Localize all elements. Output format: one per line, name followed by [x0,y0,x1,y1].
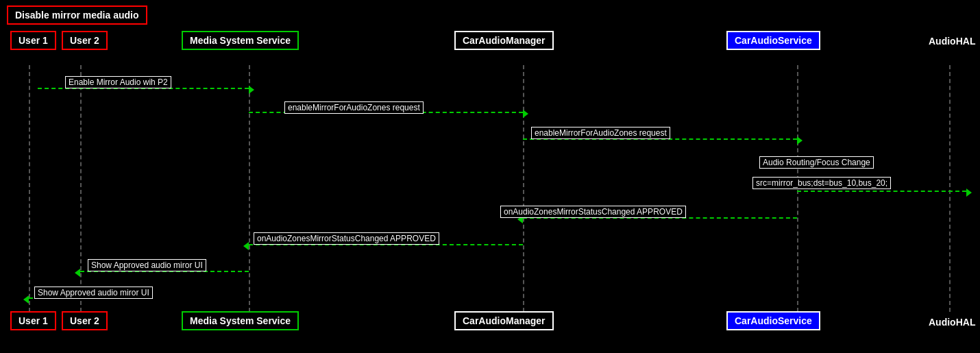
actor-cas-bot-label: CarAudioService [735,315,812,326]
arrow-enable-mirror-zones-label: enableMirrorForAudioZones request [284,101,424,114]
arrow-mirror-status1-label: onAudioZonesMirrorStatusChanged APPROVED [500,206,686,218]
actor-user1-top-label: User 1 [19,35,48,46]
actor-user1-bot-label: User 1 [19,315,48,326]
actor-cam-top: CarAudioManager [454,31,554,50]
arrow-show-approved2-label: Show Approved audio miror UI [34,287,153,299]
actor-cam-bot-label: CarAudioManager [463,315,546,326]
title-box: Disable mirror media audio [7,5,147,25]
arrow-mirror-status2-label: onAudioZonesMirrorStatusChanged APPROVED [254,232,439,245]
actor-media-bot: Media System Service [182,311,299,330]
actor-media-bot-label: Media System Service [190,315,291,326]
lifeline-user2 [80,65,82,312]
lifeline-media [249,65,250,312]
arrow-enable-mirror-zones2-label: enableMirrorForAudioZones request [531,127,670,139]
actor-user1-top: User 1 [10,31,56,50]
arrow-show-approved1-label: Show Approved audio miror UI [88,259,206,271]
arrow-audio-routing-label2: src=mirror_bus;dst=bus_10,bus_20; [752,177,891,189]
actor-cas-top: CarAudioService [726,31,820,50]
title-text: Disable mirror media audio [15,10,139,21]
arrow-audio-routing [797,191,966,192]
actor-cam-bot: CarAudioManager [454,311,554,330]
actor-user2-bot: User 2 [62,311,108,330]
actor-cam-top-label: CarAudioManager [463,35,546,46]
actor-audiohal-top: AudioHAL [929,36,975,47]
actor-media-top-label: Media System Service [190,35,291,46]
actor-cas-bot: CarAudioService [726,311,820,330]
actor-media-top: Media System Service [182,31,299,50]
lifeline-user1 [29,65,30,312]
arrow-audio-routing-label1: Audio Routing/Focus Change [759,156,874,169]
actor-user2-top: User 2 [62,31,108,50]
actor-user2-top-label: User 2 [70,35,99,46]
lifeline-cam [523,65,524,312]
actor-audiohal-bot: AudioHAL [929,317,975,328]
actor-cas-top-label: CarAudioService [735,35,812,46]
actor-user2-bot-label: User 2 [70,315,99,326]
lifeline-audiohal [949,65,951,312]
arrow-enable-mirror-label: Enable Mirror Audio wih P2 [65,76,171,88]
actor-user1-bot: User 1 [10,311,56,330]
